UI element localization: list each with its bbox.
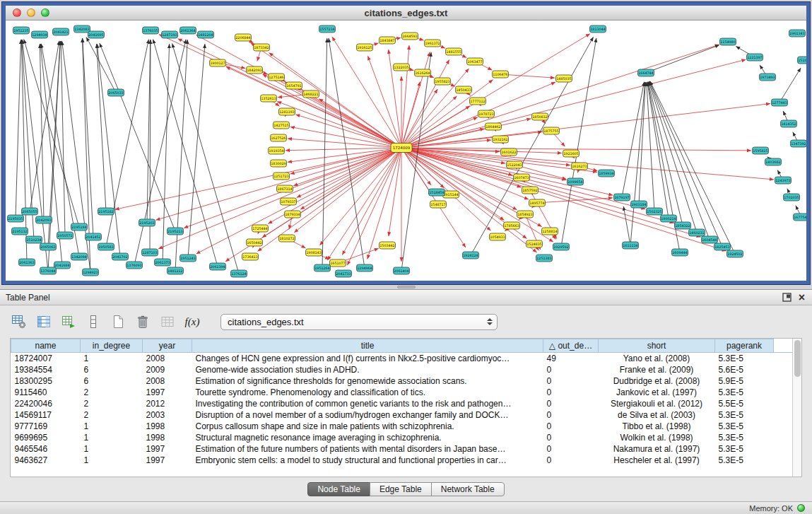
network-hub-node[interactable]: 1724009: [391, 144, 412, 153]
network-node[interactable]: 1919354: [269, 147, 285, 154]
network-node[interactable]: 1679197: [614, 194, 630, 201]
network-node[interactable]: 1654791: [286, 82, 302, 89]
network-node[interactable]: 1502325: [647, 208, 663, 215]
network-node[interactable]: 1961372: [425, 40, 441, 47]
network-node[interactable]: 1460231: [689, 229, 705, 236]
network-node[interactable]: 2206844: [235, 34, 252, 41]
network-node[interactable]: 1854322: [675, 222, 691, 229]
network-node[interactable]: 1830029: [271, 160, 287, 167]
network-node[interactable]: 1616264: [415, 69, 431, 76]
network-node[interactable]: 2195213: [167, 228, 184, 235]
table-row[interactable]: 1872400712008Changes of HCN gene express…: [11, 353, 793, 364]
network-node[interactable]: 1376035: [143, 27, 159, 34]
network-node[interactable]: 1510234: [26, 236, 42, 243]
float-panel-icon[interactable]: [782, 293, 792, 302]
network-node[interactable]: 1854923: [517, 211, 534, 218]
import-table-button[interactable]: [158, 313, 177, 331]
network-node[interactable]: 1961343: [789, 30, 806, 37]
network-node[interactable]: 1099654: [567, 178, 584, 185]
table-row[interactable]: 969969511998Structural magnetic resonanc…: [11, 432, 793, 443]
scrollbar-thumb[interactable]: [794, 340, 801, 377]
network-canvas[interactable]: 1724009220684418733421900127184209312751…: [6, 21, 806, 281]
tab-node-table[interactable]: Node Table: [307, 482, 370, 496]
network-node[interactable]: 1322035: [394, 64, 410, 71]
table-row[interactable]: 946362711997Embryonic stem cells: a mode…: [11, 455, 793, 466]
column-header-out_degree[interactable]: △ out_de…: [543, 339, 599, 353]
network-node[interactable]: 1924502: [727, 250, 743, 257]
network-node[interactable]: 1915144: [443, 191, 459, 198]
network-node[interactable]: 1900127: [210, 59, 226, 66]
network-node[interactable]: 2065063: [40, 243, 57, 250]
network-node[interactable]: 1664744: [638, 69, 654, 76]
column-header-short[interactable]: short: [599, 339, 715, 353]
network-node[interactable]: 1677542: [794, 214, 807, 221]
network-node[interactable]: 2195035: [8, 215, 24, 222]
network-node[interactable]: 1857592: [522, 187, 539, 194]
network-node[interactable]: 1850832: [532, 113, 548, 120]
network-node[interactable]: 1376044: [40, 267, 57, 274]
network-node[interactable]: 1079337: [281, 198, 297, 205]
function-builder-button[interactable]: f(x): [183, 313, 201, 331]
table-row[interactable]: 2242004622012Investigating the contribut…: [11, 398, 793, 409]
panel-splitter[interactable]: [0, 284, 812, 289]
network-node[interactable]: 2041702: [112, 253, 129, 260]
network-node[interactable]: 1287193: [162, 31, 178, 38]
network-node[interactable]: 1908143: [306, 249, 322, 256]
network-node[interactable]: 1294964: [357, 264, 373, 271]
network-node[interactable]: 1106476: [493, 71, 509, 78]
network-node[interactable]: 1607473: [514, 174, 530, 181]
tab-network-table[interactable]: Network Table: [431, 482, 505, 496]
table-row[interactable]: 911546021997Tourette syndrome. Phenomeno…: [11, 387, 793, 398]
network-node[interactable]: 2061373: [155, 259, 171, 266]
network-node[interactable]: 1873342: [254, 44, 270, 51]
network-node[interactable]: 1973493: [760, 74, 776, 81]
network-node[interactable]: 1601622: [501, 148, 517, 156]
network-node[interactable]: 1785663: [504, 222, 520, 229]
network-node[interactable]: 1243973: [775, 177, 792, 184]
new-document-button[interactable]: [109, 313, 127, 331]
network-node[interactable]: 2061364: [180, 27, 196, 34]
network-node[interactable]: 1414352: [781, 120, 797, 127]
column-header-title[interactable]: title: [192, 339, 543, 353]
network-node[interactable]: 1376124: [231, 270, 247, 277]
network-node[interactable]: 1347392: [791, 140, 807, 147]
network-node[interactable]: 1950583: [98, 243, 114, 250]
network-node[interactable]: 2061363: [19, 259, 35, 266]
network-node[interactable]: 1522043: [507, 161, 523, 168]
network-node[interactable]: 1275146: [269, 74, 285, 81]
network-node[interactable]: 1427515: [273, 122, 290, 129]
network-node[interactable]: 1485035: [556, 75, 572, 82]
network-node[interactable]: 1879334: [285, 211, 301, 218]
network-node[interactable]: 1932162: [493, 136, 509, 143]
network-node[interactable]: 1825453: [714, 243, 731, 250]
network-node[interactable]: 1867314: [277, 185, 293, 192]
network-node[interactable]: 1611134: [623, 242, 639, 249]
network-node[interactable]: 1481204: [198, 31, 214, 38]
network-node[interactable]: 2041733: [336, 270, 352, 277]
column-header-name[interactable]: name: [11, 339, 81, 353]
network-node[interactable]: 1924124: [463, 252, 479, 259]
network-node[interactable]: 1342094: [71, 253, 88, 260]
network-node[interactable]: 2195203: [139, 219, 155, 226]
network-node[interactable]: 1664593: [402, 33, 418, 40]
network-node[interactable]: 1810272: [279, 235, 295, 242]
network-node[interactable]: 1294923: [83, 269, 99, 276]
network-node[interactable]: 1548717: [430, 201, 447, 208]
network-node[interactable]: 1900214: [661, 215, 677, 222]
table-panel-header[interactable]: Table Panel ×: [0, 290, 812, 305]
network-node[interactable]: 2061404: [394, 267, 410, 274]
network-node[interactable]: 1281193: [279, 108, 295, 115]
network-node[interactable]: 1450433: [456, 86, 472, 93]
network-node[interactable]: 1595815: [753, 147, 769, 154]
network-node[interactable]: 1481555: [446, 48, 462, 55]
network-node[interactable]: 1251723: [273, 173, 290, 180]
export-table-button[interactable]: [59, 313, 78, 331]
network-node[interactable]: 1604544: [702, 236, 718, 243]
network-node[interactable]: 1651077: [330, 259, 346, 267]
network-node[interactable]: 1054933: [490, 233, 506, 240]
table-row[interactable]: 1830029562008Estimation of significance …: [11, 375, 793, 387]
network-node[interactable]: 1376093: [126, 262, 143, 269]
network-node[interactable]: 2195182: [98, 208, 114, 215]
show-columns-button[interactable]: [35, 313, 53, 331]
network-node[interactable]: 1859934: [599, 170, 615, 177]
